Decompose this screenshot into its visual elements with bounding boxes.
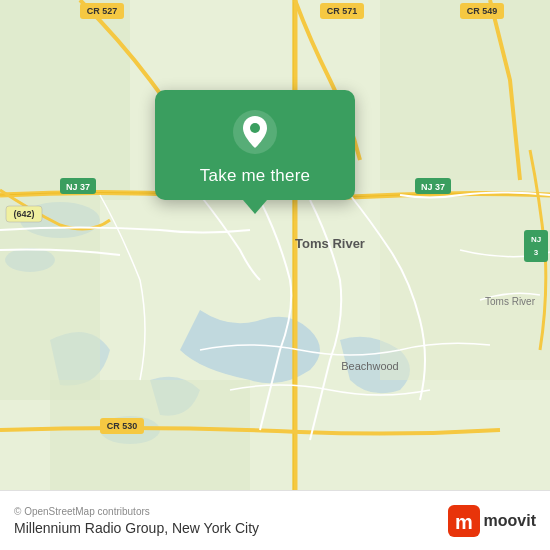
svg-text:Toms River: Toms River (485, 296, 536, 307)
map-svg: CR 571 CR 549 CR 527 NJ 37 GSP;US 9 NJ 3… (0, 0, 550, 490)
svg-text:3: 3 (534, 248, 539, 257)
bottom-bar: © OpenStreetMap contributors Millennium … (0, 490, 550, 550)
moovit-brand-icon: m (448, 505, 480, 537)
svg-rect-6 (380, 0, 550, 180)
moovit-brand-text: moovit (484, 512, 536, 530)
map-attribution: © OpenStreetMap contributors (14, 506, 448, 517)
svg-text:NJ 37: NJ 37 (66, 182, 90, 192)
svg-text:Toms River: Toms River (295, 236, 365, 251)
svg-rect-8 (50, 380, 250, 490)
bottom-bar-info: © OpenStreetMap contributors Millennium … (14, 506, 448, 536)
svg-text:NJ 37: NJ 37 (421, 182, 445, 192)
svg-text:NJ: NJ (531, 235, 541, 244)
svg-point-34 (250, 123, 260, 133)
svg-text:CR 549: CR 549 (467, 6, 498, 16)
take-me-there-button[interactable]: Take me there (200, 166, 310, 186)
svg-text:CR 527: CR 527 (87, 6, 118, 16)
moovit-logo: m moovit (448, 505, 536, 537)
location-pin-icon (231, 108, 279, 156)
popup-card[interactable]: Take me there (155, 90, 355, 200)
svg-text:Beachwood: Beachwood (341, 360, 399, 372)
location-title: Millennium Radio Group, New York City (14, 520, 448, 536)
svg-text:CR 530: CR 530 (107, 421, 138, 431)
map-container: CR 571 CR 549 CR 527 NJ 37 GSP;US 9 NJ 3… (0, 0, 550, 490)
svg-text:CR 571: CR 571 (327, 6, 358, 16)
svg-text:m: m (455, 511, 473, 533)
svg-text:(642): (642) (13, 209, 34, 219)
